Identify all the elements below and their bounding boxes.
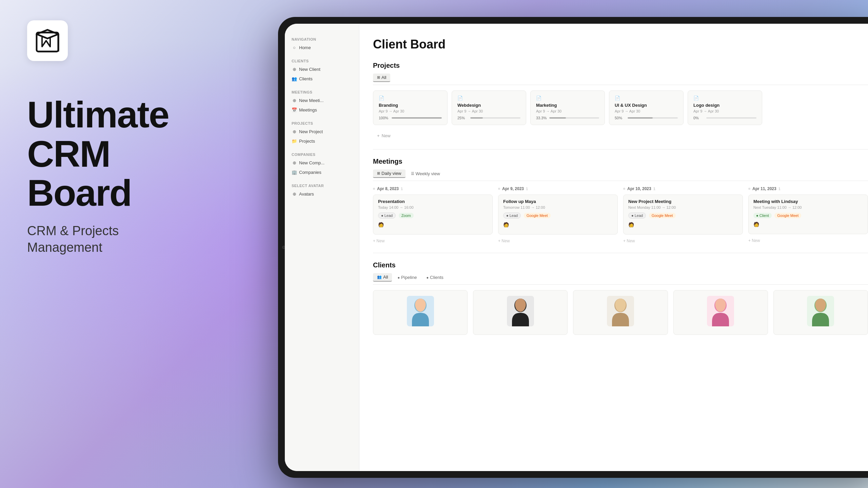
home-icon: ○ [292,45,297,50]
sidebar-item-new-meeting[interactable]: ⊕ New Meeti... [289,96,355,105]
meeting-title-presentation: Presentation [378,199,488,204]
clients-grid [373,290,868,335]
meeting-title-followup: Follow up Maya [503,199,613,204]
client-card-1[interactable] [373,290,468,335]
meeting-card-presentation[interactable]: Presentation Today 14:00 → 16:00 ● Lead … [373,195,493,235]
tablet-container: Navigation ○ Home Clients ⊕ New Client 👥… [278,17,868,478]
meeting-column-apr11: Apr 11, 2023 1 Meeting with Lindsay Next… [748,186,868,245]
progress-fill-webdesign [470,117,483,119]
circle-icon-pipeline: ● [397,276,400,280]
meeting-date-apr9: Apr 9, 2023 1 [498,186,618,191]
notion-logo [27,20,68,61]
clients-section-title: Clients [373,261,868,269]
meeting-tags-presentation: ● Lead Zoom [378,212,488,220]
meeting-new-apr10[interactable]: + New [623,237,743,245]
progress-label-webdesign: 25% [457,116,468,120]
meeting-column-apr9: Apr 9, 2023 1 Follow up Maya Tomorrow 11… [498,186,618,245]
tag-client-lindsay: ● Client [753,213,772,218]
meetings-grid: Apr 8, 2023 1 Presentation Today 14:00 →… [373,186,868,245]
tag-lead-followup: ● Lead [503,212,521,219]
progress-track-branding [392,117,442,119]
tablet-screen: Navigation ○ Home Clients ⊕ New Client 👥… [285,24,868,471]
tab-projects-all[interactable]: ⊞ All [373,74,390,82]
sidebar-item-clients[interactable]: 👥 Clients [289,74,355,83]
tag-meet-newproject: Google Meet [649,213,676,218]
project-card-branding[interactable]: 📄 Branding Apr 9 → Apr 30 100% [373,90,448,125]
project-name-branding: Branding [379,103,442,108]
project-icon-branding: 📄 [379,96,442,101]
progress-label-marketing: 33.3% [536,116,547,120]
progress-track-logo [706,117,756,119]
sidebar-section-companies: Companies [289,150,355,158]
projects-grid: 📄 Branding Apr 9 → Apr 30 100% 📄 [373,90,868,125]
project-progress-webdesign: 25% [457,116,520,120]
progress-label-logo: 0% [693,116,704,120]
meeting-card-followup[interactable]: Follow up Maya Tomorrow 11:00 → 12:00 ● … [498,195,618,235]
avatar-lindsay: 🧑 [753,222,762,230]
progress-label-ux: 50% [615,116,625,120]
progress-track-webdesign [470,117,520,119]
meeting-card-newproject[interactable]: New Project Meeting Next Monday 11:00 → … [623,195,743,235]
client-card-5[interactable] [773,290,868,335]
sidebar-section-clients: Clients [289,56,355,64]
avatar-followup: 🧑 [503,222,511,230]
client-avatar-3 [607,296,634,326]
date-dot-apr11 [748,188,750,190]
divider-2 [373,253,868,253]
projects-new-button[interactable]: + New [373,130,868,141]
project-dates-webdesign: Apr 9 → Apr 30 [457,109,520,113]
sidebar-item-projects[interactable]: 📁 Projects [289,137,355,146]
tab-clients-all[interactable]: 👥 All [373,273,392,282]
progress-label-branding: 100% [379,116,389,120]
sidebar-item-companies[interactable]: 🏢 Companies [289,168,355,177]
calendar-icon-weekly: ☰ [411,171,414,176]
meeting-time-newproject: Next Monday 11:00 → 12:00 [628,205,738,209]
project-icon-ux: 📄 [615,96,678,101]
date-dot-apr9 [498,188,500,190]
meeting-title-lindsay: Meeting with Lindsay [753,199,863,204]
project-card-logo[interactable]: 📄 Logo design Apr 9 → Apr 30 0% [688,90,762,125]
meeting-date-apr8: Apr 8, 2023 1 [373,186,493,191]
circle-icon-clients: ● [426,276,429,280]
client-card-3[interactable] [573,290,668,335]
meeting-title-newproject: New Project Meeting [628,199,738,204]
sidebar: Navigation ○ Home Clients ⊕ New Client 👥… [285,24,359,471]
sidebar-item-new-company[interactable]: ⊕ New Comp... [289,158,355,167]
tab-clients-pipeline[interactable]: ● Pipeline [393,273,421,282]
grid-icon-projects: ⊞ [377,75,380,80]
tab-clients-clients[interactable]: ● Clients [422,273,447,282]
sidebar-item-new-client[interactable]: ⊕ New Client [289,65,355,74]
project-progress-logo: 0% [693,116,756,120]
project-dates-marketing: Apr 9 → Apr 30 [536,109,599,113]
tab-weekly-view[interactable]: ☰ Weekly view [407,169,444,178]
meeting-new-apr11[interactable]: + New [748,237,868,244]
meeting-new-apr9[interactable]: + New [498,237,618,245]
sidebar-section-navigation: Navigation [289,35,355,43]
meetings-section-title: Meetings [373,158,868,165]
project-card-webdesign[interactable]: 📄 Webdesign Apr 9 → Apr 30 25% [452,90,526,125]
plus-icon-meeting: ⊕ [292,98,297,103]
sidebar-item-new-project[interactable]: ⊕ New Project [289,127,355,136]
main-content: Client Board Projects ⊞ All 📄 Branding A [359,24,868,471]
tablet-frame: Navigation ○ Home Clients ⊕ New Client 👥… [278,17,868,478]
project-name-webdesign: Webdesign [457,103,520,108]
meeting-time-lindsay: Next Tuesday 11:00 → 12:00 [753,205,863,209]
meeting-card-lindsay[interactable]: Meeting with Lindsay Next Tuesday 11:00 … [748,195,868,234]
sidebar-item-meetings[interactable]: 📅 Meetings [289,105,355,115]
meeting-new-apr8[interactable]: + New [373,237,493,245]
tag-meet-followup: Google Meet [524,213,551,218]
sidebar-section-projects: Projects [289,119,355,127]
sidebar-item-home[interactable]: ○ Home [289,43,355,52]
meeting-date-apr11: Apr 11, 2023 1 [748,186,868,191]
sidebar-item-avatars[interactable]: ⊕ Avatars [289,189,355,199]
client-card-2[interactable] [473,290,568,335]
meeting-tags-lindsay: ● Client Google Meet [753,212,863,220]
plus-icon-company: ⊕ [292,160,297,165]
project-card-marketing[interactable]: 📄 Marketing Apr 9 → Apr 30 33.3% [530,90,605,125]
project-progress-marketing: 33.3% [536,116,599,120]
meeting-tags-newproject: ● Lead Google Meet [628,212,738,220]
tab-daily-view[interactable]: ⊞ Daily view [373,169,406,178]
project-card-ux[interactable]: 📄 UI & UX Design Apr 9 → Apr 30 50% [609,90,684,125]
client-card-4[interactable] [673,290,768,335]
project-name-marketing: Marketing [536,103,599,108]
